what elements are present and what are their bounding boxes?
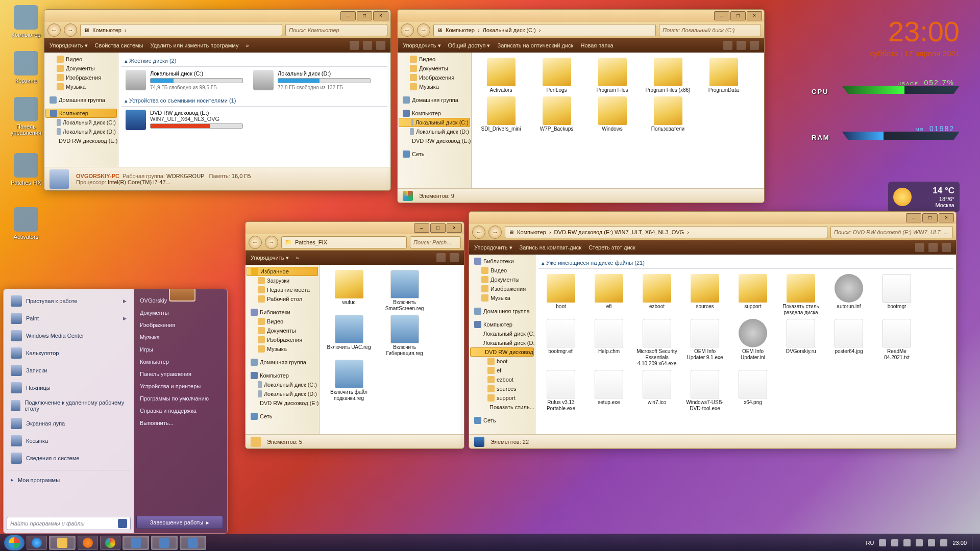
explorer-patches-fix[interactable]: –□× ← → 📁Patches_FIX Поиск: Patch... Упо… [245,221,464,449]
forward-button[interactable]: → [417,23,430,37]
tree-node[interactable]: Локальный диск (C:) [469,329,535,338]
tree-node[interactable]: Музыка [398,82,471,91]
folder-item[interactable]: Windows [588,96,636,132]
start-menu-right-item[interactable]: Музыка [138,331,223,343]
folder-item[interactable]: boot [541,274,581,316]
more-button[interactable]: » [246,42,249,48]
help-button[interactable] [450,253,459,262]
tree-node[interactable]: sources [469,384,535,393]
view-button[interactable] [723,41,732,50]
file-item[interactable]: bootmgr [876,274,917,316]
forward-button[interactable]: → [64,23,77,37]
desktop-icon[interactable]: Компьютер [8,5,44,38]
help-button[interactable] [750,41,759,50]
tree-node-selected[interactable]: DVD RW дисковод (E:) [470,347,534,357]
tree-node[interactable]: Видео [246,317,319,326]
tray-icon[interactable] [940,539,947,546]
start-menu-item[interactable]: Подключение к удаленному рабочему столу [7,396,131,415]
folder-item[interactable]: Пользователи [644,96,692,132]
tree-node[interactable]: DVD RW дисковод (E:) [398,136,471,145]
start-menu[interactable]: Приступая к работе▶Paint▶Windows Media C… [3,289,228,534]
tree-node-selected[interactable]: Локальный диск (C:) [399,118,470,127]
maximize-button[interactable]: □ [730,11,746,20]
preview-pane-button[interactable] [737,41,746,50]
file-item[interactable]: win7.ico [636,370,677,412]
file-item[interactable]: setup.exe [589,370,629,412]
desktop-icon[interactable]: Панель управления [8,97,44,136]
close-button[interactable]: × [939,213,954,222]
weather-gadget[interactable]: 14 °C 18°/6° Москва [888,182,960,212]
tree-node[interactable]: Сеть [246,412,319,421]
tree-node[interactable]: Документы [469,275,535,284]
gear-item[interactable]: autorun.inf [828,274,869,316]
preview-pane-button[interactable] [363,41,372,50]
taskbar-window-button[interactable] [180,536,206,550]
drive-item[interactable]: Локальный диск (C:)74,9 ГБ свободно из 9… [126,70,243,90]
tree-node[interactable]: Локальный диск (D:) [44,127,118,136]
tree-node[interactable]: Изображения [44,73,118,82]
folder-item[interactable]: PerfLogs [532,58,581,93]
tree-node[interactable]: Изображения [469,284,535,293]
drive-item[interactable]: Локальный диск (D:)72,8 ГБ свободно из 1… [253,70,371,90]
tree-node[interactable]: Видео [398,55,471,64]
search-input[interactable]: Поиск: Локальный диск (C:) [659,24,761,36]
tree-node[interactable]: Документы [44,64,118,73]
tree-node[interactable]: Недавние места [246,285,319,294]
tray-icon[interactable] [928,539,935,546]
back-button[interactable]: ← [401,23,414,37]
view-button[interactable] [436,253,446,262]
tree-node[interactable]: Показать стиль... [469,403,535,412]
tree-node[interactable]: Домашняя группа [246,358,319,367]
dvd-drive[interactable]: DVD RW дисковод (E:) WIN7_ULT_X64_NL3_OV… [126,110,243,130]
view-button[interactable] [350,41,359,50]
tree-node[interactable]: Домашняя группа [44,95,118,105]
desktop-icon[interactable]: Patches FIX [8,153,44,186]
section-removable[interactable]: ▴ Устройства со съемными носителями (1) [121,95,387,107]
file-item[interactable]: Включить SmartScreen.reg [380,270,429,312]
start-menu-right-item[interactable]: Устройства и принтеры [138,380,223,392]
tree-node[interactable]: Документы [246,326,319,335]
file-item[interactable]: OVGorskiy.ru [780,319,821,367]
maximize-button[interactable]: □ [922,213,938,222]
file-item[interactable]: Включить UAC.reg [325,315,373,357]
taskbar-chrome-button[interactable] [100,536,120,550]
file-item[interactable]: bootmgr.efi [541,319,581,367]
folder-item[interactable]: W7P_Backups [532,96,581,132]
start-button[interactable] [4,535,24,550]
start-menu-right-item[interactable]: Программы по умолчанию [138,392,223,405]
explorer-computer[interactable]: – □ × ← → 🖥Компьютер› Поиск: Компьютер У… [44,9,391,191]
start-menu-item[interactable]: Косынка [7,432,131,449]
tree-node[interactable]: support [469,393,535,403]
tree-node[interactable]: Локальный диск (D:) [246,389,319,398]
folder-item[interactable]: Program Files (x86) [644,58,692,93]
help-button[interactable] [942,243,951,252]
file-item[interactable]: x64.png [732,370,773,412]
taskbar-clock[interactable]: 23:00 [952,540,967,546]
desktop-icon[interactable]: Корзина [8,51,44,84]
tree-node[interactable]: Изображения [246,335,319,344]
search-input[interactable]: Поиск: Компьютер [285,24,387,36]
organize-button[interactable]: Упорядочить ▾ [50,42,88,49]
show-desktop-button[interactable] [972,536,976,550]
view-button[interactable] [915,243,924,252]
folder-item[interactable]: support [732,274,773,316]
tree-node[interactable]: ezboot [469,375,535,384]
folder-item[interactable]: SDI_Drivers_mini [477,96,525,132]
nav-tree[interactable]: БиблиотекиВидеоДокументыИзображенияМузык… [469,255,535,434]
shutdown-button[interactable]: Завершение работы ▸ [136,516,223,529]
start-menu-right-item[interactable]: Изображения [138,319,223,331]
tree-node[interactable]: efi [469,366,535,375]
taskbar[interactable]: RU 23:00 [0,534,980,551]
file-item[interactable]: Включить Гибернация.reg [380,315,429,357]
tree-node[interactable]: Локальный диск (D:) [469,338,535,347]
taskbar-window-button[interactable] [151,536,178,550]
file-item[interactable]: wufuc [325,270,373,312]
start-menu-item[interactable]: Записки [7,362,131,379]
system-tray[interactable]: RU 23:00 [866,536,976,550]
start-menu-item[interactable]: Ножницы [7,379,131,396]
desktop-icon[interactable]: Activators [8,207,44,240]
uninstall-program-button[interactable]: Удалить или изменить программу [151,42,239,48]
taskbar-window-button[interactable] [122,536,149,550]
file-item[interactable]: Включить файл подкачки.reg [325,360,373,402]
volume-icon[interactable] [916,539,923,546]
